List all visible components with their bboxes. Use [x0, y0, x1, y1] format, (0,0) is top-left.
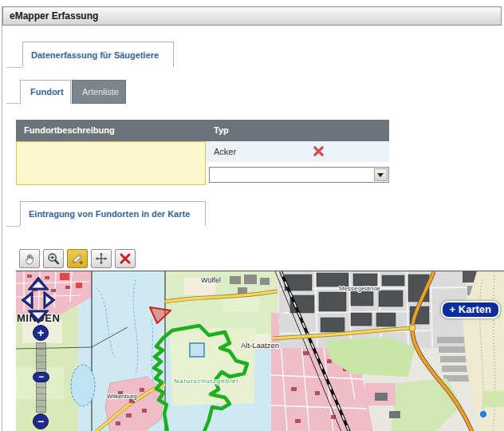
zoom-in-button[interactable]: +	[33, 325, 49, 341]
tab-shelf-line	[6, 67, 22, 68]
map-label-wilkenburg: Wilkenburg	[107, 393, 137, 400]
red-x-icon	[116, 252, 135, 265]
pan-hand-button[interactable]	[19, 249, 40, 268]
emapper-window: eMapper Erfassung Datenerfassung für Säu…	[0, 0, 504, 431]
map-tab-shelf-line	[6, 226, 20, 227]
pan-control	[19, 275, 57, 325]
map-label-reserve: Naturschutzgebiet	[174, 378, 238, 385]
chevron-down-icon[interactable]	[374, 168, 388, 181]
col-fundortbeschreibung: Fundortbeschreibung	[24, 120, 115, 141]
hand-icon	[20, 252, 39, 265]
zoom-in-tool-button[interactable]	[43, 249, 64, 268]
delete-row-button[interactable]	[312, 145, 325, 158]
map-label-alt-laatzen: Alt-Laatzen	[241, 341, 279, 350]
tab-artenliste[interactable]: Artenliste	[72, 80, 126, 104]
map-image: MINDEN Wülfel Alt-Laatzen Wilkenburg Mes…	[16, 271, 504, 431]
pan-right-button[interactable]	[44, 291, 55, 309]
tab-eintragung-karte[interactable]: Eintragung von Fundorten in der Karte	[20, 201, 206, 226]
red-x-icon	[313, 148, 325, 160]
pan-up-button[interactable]	[28, 277, 49, 290]
typ-value: Acker	[214, 141, 236, 162]
layer-switcher-button[interactable]: + Karten	[441, 301, 500, 318]
map-label-wulfel: Wülfel	[201, 276, 221, 284]
draw-point-button[interactable]	[67, 249, 88, 268]
magnifier-plus-icon	[44, 252, 63, 265]
page-left-border	[2, 6, 2, 431]
move-arrows-icon	[92, 252, 111, 265]
table-row: Acker	[206, 141, 389, 162]
move-feature-button[interactable]	[91, 249, 112, 268]
pan-down-button[interactable]	[28, 310, 49, 323]
map-canvas[interactable]: MINDEN Wülfel Alt-Laatzen Wilkenburg Mes…	[16, 271, 504, 431]
tab-datenerfassung[interactable]: Datenerfassung für Säugetiere	[22, 42, 174, 67]
pencil-plus-icon	[68, 252, 87, 265]
fundort-table-header: Fundortbeschreibung Typ	[16, 120, 389, 141]
zoom-slider-track[interactable]: −	[36, 342, 46, 413]
pan-left-button[interactable]	[22, 291, 33, 309]
typ-dropdown[interactable]	[209, 167, 389, 183]
pond-square	[190, 343, 204, 357]
window-title: eMapper Erfassung	[2, 6, 502, 26]
map-label-messe: Messegelände	[339, 285, 381, 292]
zoom-out-button[interactable]: −	[33, 413, 49, 429]
fundortbeschreibung-input[interactable]	[16, 141, 206, 185]
tab-fundort[interactable]: Fundort	[20, 80, 71, 104]
delete-feature-button[interactable]	[115, 249, 136, 268]
zoom-slider-handle[interactable]: −	[33, 372, 49, 382]
col-typ: Typ	[214, 120, 229, 141]
